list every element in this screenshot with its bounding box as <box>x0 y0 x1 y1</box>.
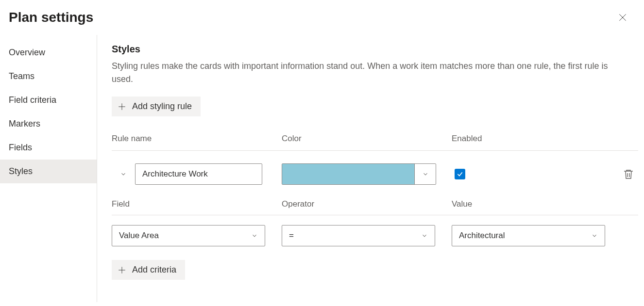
sidebar: OverviewTeamsField criteriaMarkersFields… <box>0 35 97 302</box>
sidebar-item-teams[interactable]: Teams <box>0 64 97 88</box>
criteria-operator-value: = <box>289 231 294 241</box>
section-description: Styling rules make the cards with import… <box>112 60 631 86</box>
add-styling-rule-label: Add styling rule <box>132 101 192 112</box>
chevron-down-icon <box>591 232 598 239</box>
add-criteria-label: Add criteria <box>132 265 176 275</box>
col-header-field: Field <box>112 199 282 209</box>
col-header-name: Rule name <box>112 134 282 144</box>
chevron-down-icon <box>422 171 429 177</box>
check-icon <box>457 171 463 177</box>
criteria-field-select[interactable]: Value Area <box>112 225 265 246</box>
sidebar-item-fields[interactable]: Fields <box>0 136 97 160</box>
chevron-down-icon <box>120 171 127 177</box>
col-header-value: Value <box>452 199 638 209</box>
criteria-row: Value Area = Architectural <box>112 215 638 260</box>
col-header-color: Color <box>282 134 452 144</box>
color-picker-caret <box>414 164 436 184</box>
close-icon <box>618 13 627 22</box>
criteria-field-value: Value Area <box>119 231 159 241</box>
add-styling-rule-button[interactable]: Add styling rule <box>112 97 201 116</box>
criteria-value-text: Architectural <box>459 231 505 241</box>
delete-rule-button[interactable] <box>623 168 634 180</box>
plus-icon <box>118 102 126 111</box>
add-criteria-button[interactable]: Add criteria <box>112 260 185 280</box>
rule-row <box>112 151 638 197</box>
rules-table-header: Rule name Color Enabled <box>112 134 638 151</box>
color-picker[interactable] <box>282 163 436 185</box>
enabled-checkbox[interactable] <box>455 169 465 179</box>
col-header-enabled: Enabled <box>452 134 638 144</box>
chevron-down-icon <box>251 232 258 239</box>
expand-rule-toggle[interactable] <box>112 171 135 177</box>
criteria-header: Field Operator Value <box>112 199 638 215</box>
chevron-down-icon <box>421 232 428 239</box>
sidebar-item-field-criteria[interactable]: Field criteria <box>0 88 97 112</box>
color-swatch <box>282 164 414 184</box>
plus-icon <box>118 266 126 274</box>
sidebar-item-styles[interactable]: Styles <box>0 160 97 183</box>
sidebar-item-overview[interactable]: Overview <box>0 41 97 64</box>
close-button[interactable] <box>615 10 630 25</box>
col-header-operator: Operator <box>282 199 452 209</box>
criteria-operator-select[interactable]: = <box>282 225 435 246</box>
rule-name-input[interactable] <box>135 163 262 185</box>
main-content: Styles Styling rules make the cards with… <box>97 35 644 302</box>
sidebar-item-markers[interactable]: Markers <box>0 112 97 136</box>
section-title: Styles <box>112 44 638 55</box>
page-title: Plan settings <box>9 10 93 25</box>
criteria-value-select[interactable]: Architectural <box>452 225 605 246</box>
